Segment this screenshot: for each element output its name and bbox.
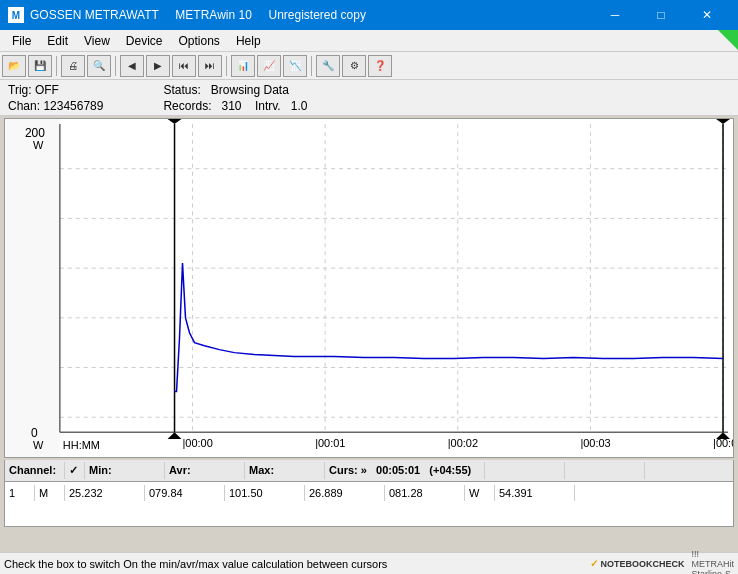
tb-btn-12[interactable]: 🔧	[316, 55, 340, 77]
records-row: Records: 310 Intrv. 1.0	[163, 99, 307, 113]
svg-text:|00:01: |00:01	[315, 437, 345, 449]
tb-separator-1	[56, 56, 57, 76]
trig-label: Trig:	[8, 83, 32, 97]
row-max: 101.50	[225, 485, 305, 501]
curs-plus: (+04:55)	[429, 464, 471, 476]
row-channel-num: 1	[5, 485, 35, 501]
green-corner-decoration	[718, 30, 738, 50]
app-title: METRAwin 10	[175, 8, 251, 22]
row-unit: W	[465, 485, 495, 501]
titlebar: M GOSSEN METRAWATT METRAwin 10 Unregiste…	[0, 0, 738, 30]
info-left: Trig: OFF Chan: 123456789	[8, 83, 103, 113]
header-checkbox[interactable]: ✓	[65, 462, 85, 479]
app-icon: M	[8, 7, 24, 23]
svg-text:W: W	[33, 139, 44, 151]
svg-text:200: 200	[25, 126, 45, 140]
close-button[interactable]: ✕	[684, 0, 730, 30]
records-value: 310	[222, 99, 242, 113]
svg-text:|00:00: |00:00	[183, 437, 213, 449]
chan-value: 123456789	[43, 99, 103, 113]
status-message: Check the box to switch On the min/avr/m…	[4, 558, 634, 570]
notebookcheck-logo: ✓ NOTEBOOKCHECK !!! METRAHit Starline-S	[634, 555, 734, 573]
chart-container: 200 W 0 W HH:MM |00:00 |00:01 |00:02 |00…	[4, 118, 734, 458]
datatable-row: 1 M 25.232 079.84 101.50 26.889 081.28 W…	[5, 482, 733, 504]
header-empty2	[565, 462, 645, 479]
minimize-button[interactable]: ─	[592, 0, 638, 30]
tb-btn-13[interactable]: ⚙	[342, 55, 366, 77]
row-curs3: 54.391	[495, 485, 575, 501]
menu-options[interactable]: Options	[171, 32, 228, 50]
chan-row: Chan: 123456789	[8, 99, 103, 113]
header-max: Max:	[245, 462, 325, 479]
row-curs1: 26.889	[305, 485, 385, 501]
nb-logo-text: NOTEBOOKCHECK	[600, 559, 684, 569]
trig-value: OFF	[35, 83, 59, 97]
menu-edit[interactable]: Edit	[39, 32, 76, 50]
tb-btn-4[interactable]: 🔍	[87, 55, 111, 77]
trig-row: Trig: OFF	[8, 83, 103, 97]
svg-text:HH:MM: HH:MM	[63, 439, 100, 451]
tb-separator-4	[311, 56, 312, 76]
status-row: Status: Browsing Data	[163, 83, 307, 97]
row-min: 25.232	[65, 485, 145, 501]
intrv-label: Intrv.	[255, 99, 281, 113]
window-controls: ─ □ ✕	[592, 0, 730, 30]
chart-svg[interactable]: 200 W 0 W HH:MM |00:00 |00:01 |00:02 |00…	[5, 119, 733, 457]
app-name: GOSSEN METRAWATT	[30, 8, 159, 22]
row-channel-letter: M	[35, 485, 65, 501]
header-avr: Avr:	[165, 462, 245, 479]
records-label: Records:	[163, 99, 211, 113]
tb-btn-7[interactable]: ⏮	[172, 55, 196, 77]
status-label: Status:	[163, 83, 200, 97]
title-text: GOSSEN METRAWATT METRAwin 10 Unregistere…	[30, 8, 592, 22]
unregistered-label: Unregistered copy	[269, 8, 366, 22]
datatable: Channel: ✓ Min: Avr: Max: Curs: » 00:05:…	[4, 460, 734, 527]
tb-btn-11[interactable]: 📉	[283, 55, 307, 77]
tb-btn-14[interactable]: ❓	[368, 55, 392, 77]
status-value: Browsing Data	[211, 83, 289, 97]
statusbar: Check the box to switch On the min/avr/m…	[0, 552, 738, 574]
header-channel: Channel:	[5, 462, 65, 479]
tb-separator-3	[226, 56, 227, 76]
svg-rect-0	[5, 119, 733, 457]
svg-text:|00:02: |00:02	[448, 437, 478, 449]
svg-text:W: W	[33, 439, 44, 451]
menu-view[interactable]: View	[76, 32, 118, 50]
tb-btn-8[interactable]: ⏭	[198, 55, 222, 77]
menu-device[interactable]: Device	[118, 32, 171, 50]
curs-time1: 00:05:01	[376, 464, 420, 476]
toolbar: 📂 💾 🖨 🔍 ◀ ▶ ⏮ ⏭ 📊 📈 📉 🔧 ⚙ ❓	[0, 52, 738, 80]
infobar: Trig: OFF Chan: 123456789 Status: Browsi…	[0, 80, 738, 116]
svg-rect-1	[5, 119, 60, 457]
chan-label: Chan:	[8, 99, 40, 113]
svg-text:0: 0	[31, 426, 38, 440]
tb-btn-1[interactable]: 📂	[2, 55, 26, 77]
tb-separator-2	[115, 56, 116, 76]
menubar: File Edit View Device Options Help	[0, 30, 738, 52]
nb-check-mark: ✓	[590, 558, 598, 569]
header-curs: Curs: » 00:05:01 (+04:55)	[325, 462, 485, 479]
maximize-button[interactable]: □	[638, 0, 684, 30]
metra-text: !!! METRAHit Starline-S	[692, 549, 735, 575]
header-empty	[485, 462, 565, 479]
menu-file[interactable]: File	[4, 32, 39, 50]
tb-btn-6[interactable]: ▶	[146, 55, 170, 77]
tb-btn-3[interactable]: 🖨	[61, 55, 85, 77]
tb-btn-10[interactable]: 📈	[257, 55, 281, 77]
row-avr: 079.84	[145, 485, 225, 501]
tb-btn-9[interactable]: 📊	[231, 55, 255, 77]
menu-help[interactable]: Help	[228, 32, 269, 50]
empty-row	[5, 504, 733, 526]
curs-label: Curs: »	[329, 464, 367, 476]
row-curs2: 081.28	[385, 485, 465, 501]
info-right: Status: Browsing Data Records: 310 Intrv…	[163, 83, 307, 113]
datatable-header: Channel: ✓ Min: Avr: Max: Curs: » 00:05:…	[5, 460, 733, 482]
svg-text:|00:03: |00:03	[580, 437, 610, 449]
intrv-value: 1.0	[291, 99, 308, 113]
tb-btn-2[interactable]: 💾	[28, 55, 52, 77]
header-min: Min:	[85, 462, 165, 479]
tb-btn-5[interactable]: ◀	[120, 55, 144, 77]
